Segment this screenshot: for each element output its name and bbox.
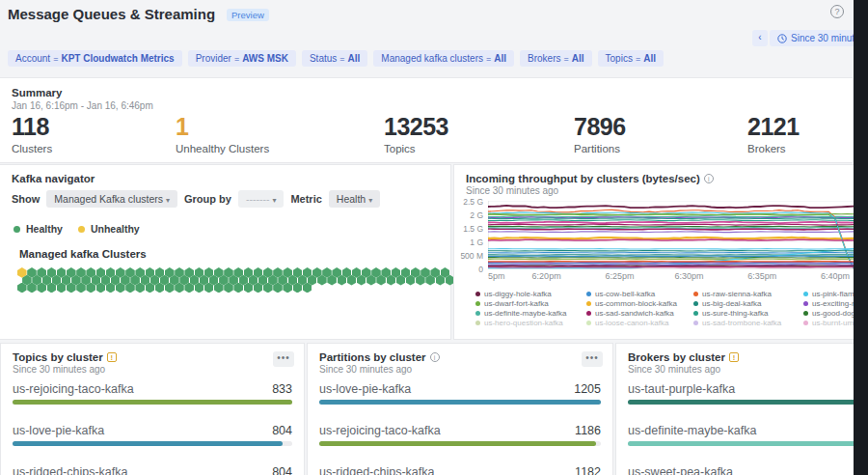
filter-pill[interactable]: Status=All	[302, 50, 367, 67]
legend-item[interactable]: us-cow-bell-kafka	[586, 289, 693, 298]
brokers-panel-subtitle: Since 30 minutes ago	[628, 364, 720, 375]
filter-bar: Account=KPT Cloudwatch MetricsProvider=A…	[8, 50, 664, 67]
help-icon[interactable]: ?	[830, 5, 844, 18]
throughput-svg	[488, 201, 854, 270]
y-tick-label: 0	[454, 265, 483, 274]
bar-label: us-love-pie-kafka	[13, 424, 104, 437]
throughput-legend: us-diggy-hole-kafkaus-dwarf-fort-kafkaus…	[475, 289, 868, 327]
bar-track	[13, 441, 292, 446]
legend-dot-icon	[693, 301, 698, 306]
bar-fill	[13, 400, 292, 405]
ellipsis-menu-icon[interactable]: •••	[582, 351, 603, 367]
partitions-panel-subtitle: Since 30 minutes ago	[319, 364, 412, 375]
bar-label: us-taut-purple-kafka	[628, 382, 735, 396]
stat-label: Partitions	[574, 143, 626, 154]
chart-line-series	[488, 229, 854, 230]
chart-line-series	[488, 249, 854, 250]
y-tick-label: 2 G	[454, 210, 483, 220]
filter-pill[interactable]: Managed kafka clusters=All	[373, 50, 514, 67]
bar-track	[319, 400, 601, 405]
bar-row[interactable]: us-definite-maybe-kafka	[628, 422, 855, 463]
legend-item[interactable]: us-dwarf-fort-kafka	[475, 298, 586, 308]
chart-line-series	[488, 259, 854, 260]
legend-dot-icon	[475, 301, 480, 306]
legend-dot-icon	[475, 292, 480, 296]
bar-fill	[319, 441, 596, 446]
legend-item[interactable]: us-loose-canon-kafka	[586, 318, 693, 327]
metric-select[interactable]: Health▾	[329, 190, 380, 208]
x-tick-label: 6:40pm	[821, 271, 850, 281]
legend-dot-icon	[693, 311, 698, 316]
legend-dot-icon	[475, 311, 480, 316]
bar-label: us-ridged-chips-kafka	[13, 465, 128, 475]
summary-stat: 118Clusters	[12, 113, 52, 154]
warning-icon[interactable]: !	[107, 352, 117, 362]
chart-line-series	[488, 238, 854, 239]
filter-pill[interactable]: Brokers=All	[520, 50, 592, 67]
info-icon[interactable]: i	[704, 174, 714, 183]
throughput-panel: Incoming throughput by clusters (bytes/s…	[453, 164, 868, 340]
bar-row[interactable]: us-love-pie-kafka804	[13, 422, 292, 463]
summary-stat: 1Unhealthy Clusters	[176, 113, 269, 154]
y-tick-label: 2.5 G	[454, 197, 483, 207]
bar-row[interactable]: us-ridged-chips-kafka1182	[319, 463, 601, 475]
legend-item[interactable]: us-sad-sandwich-kafka	[586, 308, 693, 318]
page-title: Message Queues & Streaming	[8, 6, 215, 22]
show-select[interactable]: Managed Kafka clusters▾	[46, 190, 177, 208]
bar-value: 804	[272, 424, 292, 437]
chart-line-series	[488, 222, 854, 224]
legend-dot-icon	[586, 292, 591, 296]
legend-item[interactable]: us-big-deal-kafka	[693, 298, 803, 308]
legend-dot-icon	[803, 301, 808, 306]
legend-item[interactable]: us-raw-sienna-kafka	[693, 289, 803, 298]
summary-stat: 2121Brokers	[747, 113, 800, 154]
x-tick-label: 6:25pm	[605, 271, 634, 281]
legend-dot-icon	[693, 321, 698, 325]
bar-row[interactable]: us-rejoicing-taco-kafka1186	[319, 422, 601, 463]
legend-item[interactable]: us-diggy-hole-kafka	[475, 289, 586, 298]
legend-item[interactable]: us-hero-question-kafka	[475, 318, 586, 327]
bar-value: 1182	[575, 465, 601, 475]
bar-value: 833	[272, 382, 292, 396]
bar-row[interactable]: us-sweet-pea-kafka	[628, 463, 855, 475]
chevron-down-icon: ▾	[368, 196, 372, 205]
bar-label: us-rejoicing-taco-kafka	[319, 424, 441, 437]
legend-item[interactable]: us-sad-trombone-kafka	[693, 318, 803, 327]
summary-title: Summary	[12, 87, 62, 98]
chevron-down-icon: ▾	[272, 196, 276, 205]
legend-dot-icon	[586, 311, 591, 316]
filter-pill[interactable]: Topics=All	[598, 50, 664, 67]
stat-label: Clusters	[12, 143, 52, 154]
health-legend-item: Unhealthy	[78, 223, 140, 235]
x-tick-label: 5pm	[488, 271, 505, 281]
stat-value: 7896	[574, 113, 626, 141]
bar-row[interactable]: us-ridged-chips-kafka804	[13, 463, 292, 475]
topics-panel-title: Topics by cluster!	[13, 351, 117, 363]
legend-item[interactable]: us-common-block-kafka	[586, 298, 693, 308]
chart-line-series	[488, 239, 854, 240]
bar-row[interactable]: us-love-pie-kafka1205	[319, 380, 601, 422]
time-selector: ‹ Since 30 minutes ago	[752, 30, 868, 46]
info-icon[interactable]: i	[430, 352, 440, 362]
filter-pill[interactable]: Provider=AWS MSK	[188, 50, 296, 67]
bar-row[interactable]: us-rejoicing-taco-kafka833	[13, 380, 292, 422]
bar-track	[319, 441, 601, 446]
kafka-navigator-panel: Kafka navigator Show Managed Kafka clust…	[0, 164, 451, 340]
health-legend-item: Healthy	[14, 223, 63, 235]
warning-icon[interactable]: !	[729, 352, 739, 362]
bar-fill	[628, 441, 855, 446]
ellipsis-menu-icon[interactable]: •••	[273, 351, 294, 367]
y-tick-label: 500 M	[454, 251, 483, 261]
bar-row[interactable]: us-taut-purple-kafka	[628, 380, 855, 422]
chevron-left-icon[interactable]: ‹	[752, 30, 768, 46]
chart-line-series	[488, 253, 854, 254]
brokers-by-cluster-panel: Brokers by cluster! Since 30 minutes ago…	[615, 343, 868, 475]
navigator-title: Kafka navigator	[12, 173, 95, 184]
bar-fill	[628, 400, 855, 405]
legend-item[interactable]: us-sure-thing-kafka	[693, 308, 803, 318]
legend-item[interactable]: us-definite-maybe-kafka	[475, 308, 586, 318]
filter-pill[interactable]: Account=KPT Cloudwatch Metrics	[8, 50, 182, 67]
show-label: Show	[12, 193, 40, 205]
groupby-select[interactable]: -------▾	[238, 190, 285, 208]
chevron-down-icon: ▾	[166, 196, 170, 205]
